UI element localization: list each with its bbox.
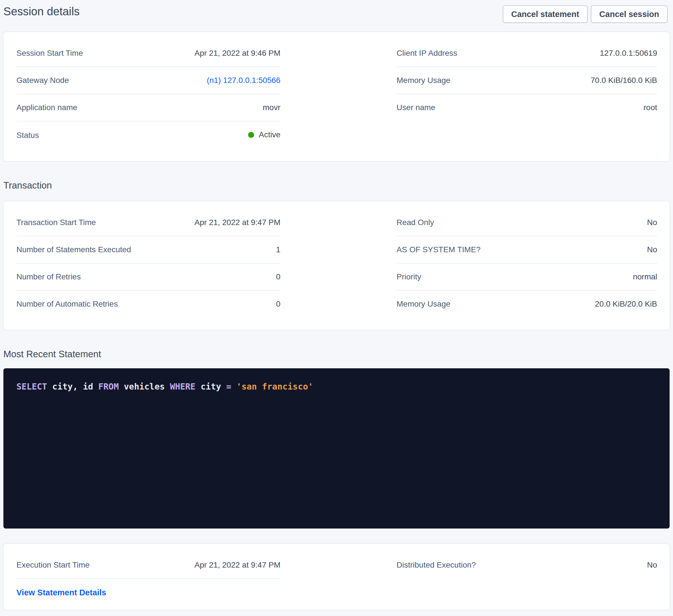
session-card-left-column: Session Start Time Apr 21, 2022 at 9:46 … <box>16 40 280 148</box>
sql-token: SELECT <box>16 382 47 391</box>
info-row: Memory Usage 70.0 KiB/160.0 KiB <box>397 67 657 94</box>
sql-code-block: SELECT city, id FROM vehicles WHERE city… <box>3 368 670 529</box>
row-value: movr <box>263 103 280 112</box>
view-statement-details-link[interactable]: View Statement Details <box>16 588 106 597</box>
header-buttons: Cancel statement Cancel session <box>503 5 668 23</box>
info-row: Number of Statements Executed 1 <box>16 236 280 264</box>
info-row: Execution Start Time Apr 21, 2022 at 9:4… <box>16 552 280 579</box>
row-label: Number of Statements Executed <box>16 245 131 255</box>
transaction-card-left-column: Transaction Start Time Apr 21, 2022 at 9… <box>16 209 280 317</box>
row-value: root <box>644 103 657 112</box>
info-row: Application name movr <box>16 94 280 121</box>
row-value: 1 <box>276 245 280 255</box>
row-label: AS OF SYSTEM TIME? <box>397 245 481 255</box>
page-header: Session details Cancel statement Cancel … <box>0 0 673 23</box>
cancel-statement-button[interactable]: Cancel statement <box>503 5 588 23</box>
row-value: 127.0.0.1:50619 <box>600 48 657 58</box>
row-label: Number of Automatic Retries <box>16 299 118 309</box>
statement-section-title: Most Recent Statement <box>3 348 673 360</box>
row-label: Transaction Start Time <box>16 218 96 227</box>
row-value: 20.0 KiB/20.0 KiB <box>595 299 657 309</box>
transaction-summary-card: Transaction Start Time Apr 21, 2022 at 9… <box>3 201 670 330</box>
sql-token: city <box>195 382 226 391</box>
row-label: Session Start Time <box>16 48 83 58</box>
sql-token: WHERE <box>170 382 195 391</box>
info-row: Status Active <box>16 121 280 148</box>
sql-token: FROM <box>98 382 119 391</box>
transaction-section-title: Transaction <box>3 180 673 191</box>
row-value: 0 <box>276 299 280 309</box>
info-row: Read Only No <box>397 209 657 236</box>
info-row: Session Start Time Apr 21, 2022 at 9:46 … <box>16 40 280 67</box>
row-label: Client IP Address <box>397 48 457 58</box>
execution-card-left-column: Execution Start Time Apr 21, 2022 at 9:4… <box>16 552 280 597</box>
info-row: Gateway Node (n1) 127.0.0.1:50566 <box>16 67 280 94</box>
row-value[interactable]: (n1) 127.0.0.1:50566 <box>207 76 280 85</box>
sql-token: vehicles <box>119 382 170 391</box>
row-value: Apr 21, 2022 at 9:46 PM <box>194 48 280 58</box>
info-row: Client IP Address 127.0.0.1:50619 <box>397 40 657 67</box>
row-label: Distributed Execution? <box>397 560 476 570</box>
row-value: Apr 21, 2022 at 9:47 PM <box>194 218 280 227</box>
session-card-right-column: Client IP Address 127.0.0.1:50619 Memory… <box>397 40 657 121</box>
row-label: Priority <box>397 272 421 282</box>
info-row: Number of Retries 0 <box>16 264 280 291</box>
sql-token: = <box>226 382 231 391</box>
info-row: AS OF SYSTEM TIME? No <box>397 236 657 264</box>
row-value: 0 <box>276 272 280 282</box>
row-label: Number of Retries <box>16 272 81 282</box>
execution-summary-card: Execution Start Time Apr 21, 2022 at 9:4… <box>3 544 670 610</box>
row-label: Read Only <box>397 218 434 227</box>
row-value: No <box>647 560 657 570</box>
transaction-card-right-column: Read Only No AS OF SYSTEM TIME? No Prior… <box>397 209 657 317</box>
info-row: Distributed Execution? No <box>397 552 657 578</box>
session-summary-card: Session Start Time Apr 21, 2022 at 9:46 … <box>3 32 670 161</box>
row-value: Active <box>248 130 280 139</box>
info-row: Memory Usage 20.0 KiB/20.0 KiB <box>397 291 657 317</box>
info-row: Priority normal <box>397 264 657 291</box>
info-row: Number of Automatic Retries 0 <box>16 291 280 317</box>
row-label: Status <box>16 130 39 140</box>
sql-statement: SELECT city, id FROM vehicles WHERE city… <box>16 382 313 391</box>
row-label: Memory Usage <box>397 76 450 85</box>
row-label: Application name <box>16 103 77 112</box>
row-value: normal <box>633 272 657 282</box>
row-label: User name <box>397 103 435 112</box>
row-label: Execution Start Time <box>16 560 89 570</box>
row-value: Apr 21, 2022 at 9:47 PM <box>194 560 280 570</box>
row-value: No <box>647 218 657 227</box>
sql-token <box>231 382 236 391</box>
page-title: Session details <box>3 5 79 18</box>
row-value: 70.0 KiB/160.0 KiB <box>591 76 657 85</box>
info-row: User name root <box>397 94 657 121</box>
row-value: No <box>647 245 657 255</box>
info-row: Transaction Start Time Apr 21, 2022 at 9… <box>16 209 280 236</box>
execution-card-right-column: Distributed Execution? No <box>397 552 657 578</box>
row-label: Gateway Node <box>16 76 69 85</box>
sql-token: 'san francisco' <box>236 382 313 391</box>
sql-token: city, id <box>47 382 98 391</box>
row-label: Memory Usage <box>397 299 450 309</box>
cancel-session-button[interactable]: Cancel session <box>591 5 668 23</box>
